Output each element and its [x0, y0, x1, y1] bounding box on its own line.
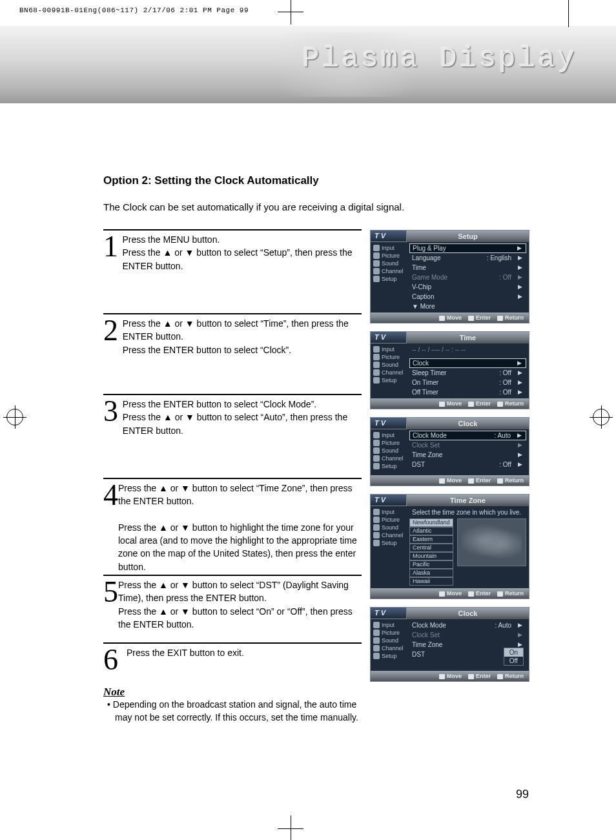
step-number: 6 [103, 646, 127, 673]
step: 1Press the MENU button.Press the ▲ or ▼ … [103, 229, 362, 313]
sidebar-item: Channel [371, 531, 407, 539]
sidebar-label: Sound [382, 260, 398, 267]
step-number: 4 [103, 482, 118, 508]
footer-enter: Enter [468, 590, 491, 597]
step-text: Press the ENTER button to select “Clock … [123, 398, 362, 437]
osd-footer: MoveEnterReturn [371, 671, 529, 681]
osd-row-label: Clock Set [412, 631, 440, 639]
sidebar-label: Picture [382, 630, 400, 636]
osd-row: V-Chip▶ [407, 282, 529, 292]
footer-move: Move [439, 673, 462, 679]
tz-option: Hawaii [409, 577, 453, 586]
sidebar-label: Channel [382, 268, 404, 274]
osd-title: Time Zone [407, 495, 529, 506]
osd-footer: MoveEnterReturn [371, 475, 529, 486]
sidebar-icon [373, 540, 380, 546]
sidebar-label: Setup [382, 377, 397, 384]
step-text: Press the ▲ or ▼ button to select “Time … [118, 482, 362, 573]
step-text: Press the ▲ or ▼ button to select “DST” … [118, 579, 362, 631]
banner-title: Plasma Display [302, 43, 577, 75]
sidebar-icon [373, 260, 380, 267]
dst-option: Off [504, 657, 523, 665]
sidebar-label: Channel [382, 645, 404, 651]
sidebar-icon [373, 346, 380, 353]
tz-option: Mountain [409, 552, 453, 560]
osd-panel: T VSetupInputPictureSoundChannelSetupPlu… [370, 230, 529, 323]
sidebar-item: Input [371, 345, 407, 353]
page-number: 99 [516, 788, 529, 801]
arrow-icon: ▶ [518, 451, 522, 459]
sidebar-label: Setup [382, 276, 397, 282]
osd-row: On Timer: Off▶ [407, 378, 529, 387]
footer-move: Move [439, 477, 462, 484]
note-heading: Note [103, 686, 529, 699]
sidebar-icon [373, 377, 380, 384]
osd-main: -- / -- / ---- / -- : -- --Clock▶Sleep T… [407, 343, 529, 398]
osd-panel: T VClockInputPictureSoundChannelSetupClo… [370, 417, 529, 486]
sidebar-item: Channel [371, 369, 407, 376]
sidebar-label: Picture [382, 354, 400, 360]
osd-row-label: Clock [413, 359, 429, 367]
tz-option: Eastern [409, 535, 453, 544]
osd-row-label: DST [412, 460, 425, 469]
step: 2Press the ▲ or ▼ button to select “Time… [103, 313, 362, 394]
sidebar-label: Channel [382, 455, 404, 462]
step-text: Press the EXIT button to exit. [127, 646, 244, 659]
osd-row-label: Time Zone [412, 451, 442, 459]
osd-row-label: Clock Set [412, 441, 440, 449]
osd-datetime: -- / -- / ---- / -- : -- -- [407, 345, 529, 354]
osd-sidebar: InputPictureSoundChannelSetup [371, 619, 407, 671]
registration-mark [6, 409, 23, 425]
sidebar-label: Sound [382, 362, 398, 368]
footer-return: Return [497, 477, 524, 484]
tz-option: Alaska [409, 569, 453, 577]
osd-row: Sleep Timer: Off▶ [407, 368, 529, 378]
sidebar-label: Sound [382, 637, 398, 644]
footer-return: Return [497, 590, 524, 597]
osd-row-value: : Off [499, 388, 511, 396]
sidebar-item: Input [371, 508, 407, 516]
osd-row: Clock Set▶ [407, 440, 529, 450]
osd-footer: MoveEnterReturn [371, 588, 529, 599]
arrow-icon: ▶ [518, 378, 522, 387]
tz-option: Atlantic [409, 527, 453, 535]
osd-row: Language: English▶ [407, 253, 529, 263]
sidebar-icon [373, 362, 380, 368]
arrow-icon: ▶ [518, 621, 522, 630]
sidebar-label: Picture [382, 517, 400, 523]
arrow-icon: ▶ [518, 292, 522, 301]
osd-sidebar: InputPictureSoundChannelSetup [371, 343, 407, 398]
arrow-icon: ▶ [518, 283, 522, 291]
sidebar-label: Input [382, 245, 395, 251]
osd-row-value: : Auto [495, 621, 511, 630]
sidebar-icon [373, 369, 380, 376]
footer-return: Return [497, 673, 524, 679]
footer-enter: Enter [468, 477, 491, 484]
arrow-icon: ▶ [518, 441, 522, 449]
sidebar-item: Sound [371, 260, 407, 267]
osd-row-label: Clock Mode [413, 431, 447, 440]
osd-row-value: : Off [499, 378, 511, 387]
tv-tag: T V [371, 608, 407, 619]
sidebar-item: Setup [371, 275, 407, 283]
osd-row-value: : Auto [494, 431, 511, 440]
osd-row-label: Game Mode [412, 273, 447, 282]
sidebar-icon [373, 509, 380, 515]
sidebar-icon [373, 276, 380, 282]
sidebar-item: Setup [371, 376, 407, 384]
osd-row-value: : Off [499, 273, 511, 282]
sidebar-icon [373, 354, 380, 360]
osd-row-label: DST [412, 650, 425, 659]
osd-row-label: ▼ More [412, 302, 435, 311]
footer-enter: Enter [468, 400, 491, 407]
osd-row: Clock Mode: Auto▶ [407, 620, 529, 630]
arrow-icon: ▶ [518, 388, 522, 396]
sidebar-item: Picture [371, 629, 407, 637]
step-number: 1 [103, 233, 122, 260]
step-number: 2 [103, 317, 123, 343]
sidebar-icon [373, 463, 380, 469]
osd-row: Off Timer: Off▶ [407, 387, 529, 397]
dst-option: On [504, 648, 523, 657]
osd-row-value: : English [487, 254, 511, 262]
osd-row-label: Caption [412, 292, 434, 301]
